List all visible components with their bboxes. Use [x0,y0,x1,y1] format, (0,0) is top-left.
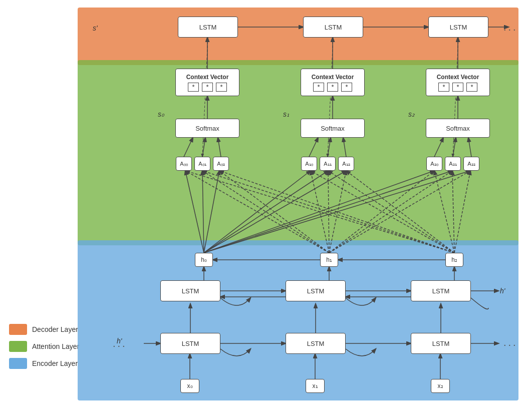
cv3-star2: * [452,83,463,92]
decoder-color-swatch [9,324,27,335]
attn-weight-00: A₀₀ [176,157,192,171]
h-node-2: h₂ [445,253,463,267]
attn-weight-01: A₀₁ [194,157,210,171]
cv2-star3: * [341,83,352,92]
lstm-encoder-bot-3: LSTM [411,333,471,354]
lstm-decoder-1: LSTM [178,17,238,38]
lstm-encoder-top-2: LSTM [286,280,346,301]
h-node-0: h₀ [195,253,213,267]
s0-label: s₀ [158,110,164,118]
encoder-bot-left-dots: ... [113,338,127,349]
decoder-label: Decoder Layer [32,325,78,333]
input-x2: x₂ [431,379,450,393]
encoder-color-swatch [9,358,27,369]
attn-weight-22: A₂₂ [463,157,479,171]
s1-label: s₁ [283,110,290,118]
input-x0: x₀ [180,379,199,393]
attention-color-swatch [9,341,27,352]
attn-weight-02: A₀₂ [213,157,229,171]
cv3-star1: * [438,83,449,92]
context-vector-2: Context Vector * * * [301,69,365,96]
attn-weight-20: A₂₀ [426,157,442,171]
legend-attention: Attention Layer [9,341,79,352]
softmax-1: Softmax [175,119,239,138]
diagram: LSTM LSTM LSTM Context Vector * * * Cont… [78,8,518,403]
softmax-2: Softmax [301,119,365,138]
input-x1: x₁ [306,379,325,393]
legend-encoder: Encoder Layer [9,358,79,369]
lstm-encoder-bot-1: LSTM [160,333,220,354]
cv1-star2: * [202,83,213,92]
attn-weight-11: A₁₁ [320,157,336,171]
attention-label: Attention Layer [32,342,79,350]
lstm-encoder-bot-2: LSTM [286,333,346,354]
cv2-star2: * [327,83,338,92]
encoder-label: Encoder Layer [32,359,78,367]
h-prime-right-label: h' [500,287,505,295]
lstm-encoder-top-1: LSTM [160,280,220,301]
cv1-star3: * [216,83,227,92]
cv1-star1: * [188,83,199,92]
context-vector-3: Context Vector * * * [426,69,490,96]
cv3-star3: * [466,83,477,92]
s2-label: s₂ [408,110,415,118]
legend-decoder: Decoder Layer [9,324,79,335]
decoder-dots: ... [503,22,518,33]
attn-weight-21: A₂₁ [445,157,461,171]
h-node-1: h₁ [320,253,338,267]
s-prime-label: s' [93,24,98,32]
main-container: Decoder Layer Attention Layer Encoder La… [0,0,532,409]
encoder-bot-dots: ... [503,337,518,348]
lstm-decoder-2: LSTM [303,17,363,38]
lstm-encoder-top-3: LSTM [411,280,471,301]
attn-weight-12: A₁₂ [338,157,354,171]
cv2-star1: * [313,83,324,92]
softmax-3: Softmax [426,119,490,138]
legend: Decoder Layer Attention Layer Encoder La… [9,324,79,369]
context-vector-1: Context Vector * * * [175,69,239,96]
attn-weight-10: A₁₀ [301,157,317,171]
lstm-decoder-3: LSTM [428,17,488,38]
